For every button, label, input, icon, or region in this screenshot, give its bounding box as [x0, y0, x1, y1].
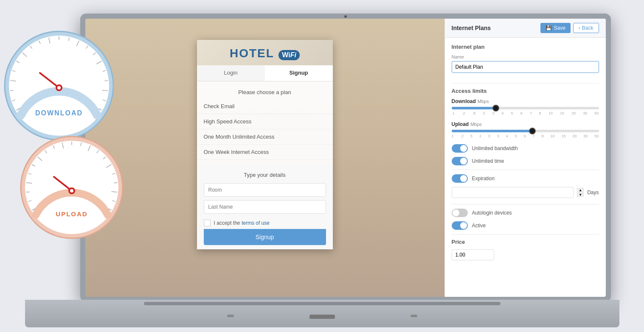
terms-link[interactable]: terms of use [242, 220, 270, 226]
expiration-input[interactable] [452, 187, 574, 198]
signup-button[interactable]: Signup [204, 229, 326, 245]
download-label-row: Download Mbps [452, 98, 599, 104]
toggle-knob-3 [460, 175, 467, 182]
svg-line-19 [104, 80, 108, 81]
divider-2 [452, 170, 599, 170]
internet-plan-section-title: Internet plan [452, 44, 599, 50]
svg-line-46 [114, 182, 117, 183]
unlimited-time-label: Unlimited time [472, 158, 504, 164]
upload-speedometer: UPLOAD [17, 132, 127, 243]
upload-label-row: Upload Mbps [452, 121, 599, 127]
laptop-port [309, 315, 335, 319]
portal-header: HOTEL WiFi [197, 40, 333, 66]
panel-body: Internet plan Name Access limits Downloa… [445, 38, 606, 297]
download-slider-row: Download Mbps .1 .2 .8 2 3 [452, 98, 599, 115]
access-limits-section-title: Access limits [452, 88, 599, 94]
plan-item-3[interactable]: One Week Internet Access [197, 145, 333, 160]
download-ticks: .1 .2 .8 2 3 4 5 6 7 8 10 15 20 [452, 111, 599, 115]
upload-label: Upload [452, 121, 469, 127]
download-track[interactable] [452, 107, 599, 109]
download-fill [452, 107, 496, 109]
days-label: Days [587, 190, 599, 195]
unlimited-time-toggle[interactable] [452, 157, 468, 165]
plan-item-2[interactable]: One Month Unlimited Access [197, 129, 333, 145]
laptop-base [25, 300, 619, 327]
lastname-input[interactable] [204, 200, 326, 214]
toggle-knob-4 [453, 209, 459, 216]
divider-1 [452, 83, 599, 84]
upload-ticks: 1 .2 5 1 3 3 4 5 6 7 8 10 15 [452, 134, 599, 138]
room-input[interactable] [204, 183, 326, 197]
unlimited-time-row: Unlimited time [452, 157, 599, 165]
price-section-title: Price [452, 239, 599, 245]
terms-checkbox[interactable] [204, 220, 211, 226]
back-icon: ‹ [579, 25, 580, 31]
upload-unit: Mbps [470, 122, 482, 127]
download-thumb[interactable] [492, 105, 499, 112]
spinner-down[interactable]: ▼ [577, 193, 584, 197]
unlimited-bandwidth-toggle[interactable] [452, 144, 468, 153]
upload-fill [452, 130, 533, 132]
download-unit: Mbps [478, 99, 489, 104]
expiration-toggle-row: Expiration [452, 174, 599, 183]
laptop-frame: HOTEL WiFi Login Signup Please choose a … [80, 14, 611, 302]
laptop-hinge [144, 302, 501, 305]
save-icon: 💾 [546, 25, 552, 31]
signup-tab[interactable]: Signup [265, 65, 333, 81]
expiration-toggle[interactable] [452, 174, 468, 183]
hotel-title: HOTEL [230, 47, 274, 60]
svg-text:UPLOAD: UPLOAD [56, 210, 87, 218]
upload-track[interactable] [452, 130, 599, 132]
active-label: Active [472, 223, 486, 229]
expiration-row: ▲ ▼ Days [452, 187, 599, 198]
choose-plan-title: Please choose a plan [197, 86, 333, 99]
laptop-speaker-left [227, 315, 234, 317]
wifi-badge: WiFi [278, 50, 300, 60]
panel-header: Internet Plans 💾 Save ‹ Back [445, 19, 606, 38]
active-toggle[interactable] [452, 221, 468, 230]
svg-point-25 [57, 86, 61, 89]
plan-list: Check Email High Speed Access One Month … [197, 99, 333, 160]
price-input[interactable] [452, 249, 494, 260]
back-button[interactable]: ‹ Back [573, 23, 599, 33]
active-row: Active [452, 221, 599, 230]
download-speedometer: DOWNLOAD [0, 26, 118, 145]
svg-line-31 [26, 192, 29, 192]
toggle-knob-5 [460, 222, 467, 229]
details-section: Type your details I accept the terms of … [197, 164, 333, 249]
plan-section: Please choose a plan Check Email High Sp… [197, 81, 333, 164]
terms-row: I accept the terms of use [204, 217, 326, 229]
svg-point-52 [70, 189, 73, 193]
login-tab[interactable]: Login [197, 65, 265, 81]
autologin-row: Autologin devices [452, 209, 599, 217]
main-container: DOWNLOAD [25, 5, 619, 327]
name-label: Name [452, 54, 599, 59]
autologin-label: Autologin devices [472, 210, 512, 216]
hotel-portal: HOTEL WiFi Login Signup Please choose a … [85, 19, 444, 297]
upload-thumb[interactable] [529, 128, 536, 134]
spinner-up[interactable]: ▲ [577, 188, 584, 192]
plan-name-input[interactable] [452, 61, 599, 73]
autologin-toggle[interactable] [452, 209, 468, 217]
plan-item-1[interactable]: High Speed Access [197, 114, 333, 129]
download-label: Download [452, 98, 476, 104]
unlimited-bandwidth-row: Unlimited bandwidth [452, 144, 599, 153]
expiration-spinners: ▲ ▼ [577, 188, 584, 197]
upload-slider-row: Upload Mbps 1 .2 5 1 3 [452, 121, 599, 138]
portal-tabs: Login Signup [197, 65, 333, 81]
terms-text: I accept the terms of use [214, 220, 270, 226]
save-button[interactable]: 💾 Save [540, 23, 570, 33]
camera-dot [344, 15, 347, 18]
svg-text:DOWNLOAD: DOWNLOAD [35, 109, 83, 117]
toggle-knob [460, 145, 467, 152]
portal-card: HOTEL WiFi Login Signup Please choose a … [197, 40, 333, 250]
panel-title: Internet Plans [452, 25, 491, 31]
laptop-screen: HOTEL WiFi Login Signup Please choose a … [85, 19, 606, 297]
divider-4 [452, 234, 599, 234]
plan-item-0[interactable]: Check Email [197, 99, 333, 114]
details-title: Type your details [204, 168, 326, 183]
svg-line-4 [10, 90, 13, 91]
laptop-speaker-right [411, 315, 417, 317]
unlimited-bandwidth-label: Unlimited bandwidth [472, 145, 518, 151]
expiration-label: Expiration [472, 176, 495, 181]
